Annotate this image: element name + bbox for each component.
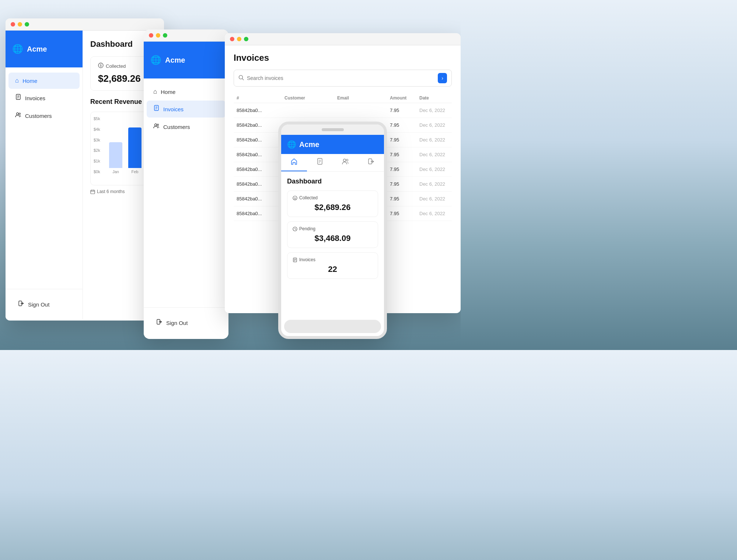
middle-sidebar-bottom: Sign Out [144, 307, 228, 338]
mid-sidebar-item-home[interactable]: ⌂ Home [147, 84, 226, 100]
mid-sidebar-item-invoices[interactable]: Invoices [147, 101, 226, 118]
search-input[interactable] [247, 75, 435, 81]
invoices-titlebar [225, 33, 461, 45]
col-header-customer: Customer [284, 95, 337, 101]
sidebar-item-customers[interactable]: Customers [8, 107, 80, 124]
mobile-collected-label: $ Collected [293, 195, 373, 200]
col-header-id: # [237, 95, 284, 101]
signout-button[interactable]: Sign Out [11, 296, 77, 313]
globe-icon-mobile: 🌐 [287, 140, 296, 149]
row-id: 85842ba0... [237, 211, 284, 216]
home-icon-mid: ⌂ [153, 88, 157, 95]
mid-customers-label: Customers [163, 124, 190, 130]
svg-rect-10 [91, 190, 95, 194]
mid-signout-button[interactable]: Sign Out [150, 314, 223, 331]
maximize-button-inv[interactable] [244, 37, 248, 41]
mobile-titlebar [281, 125, 384, 135]
svg-point-18 [155, 124, 157, 126]
minimize-button-mid[interactable] [156, 33, 160, 38]
mobile-tab-home[interactable] [281, 154, 307, 171]
signout-label: Sign Out [28, 301, 49, 308]
dashboard-sidebar: 🌐 Acme ⌂ Home Invoices [6, 31, 83, 319]
mobile-brand: Acme [299, 140, 319, 149]
globe-icon: 🌐 [12, 44, 23, 54]
search-icon [238, 75, 244, 81]
svg-point-19 [157, 124, 159, 126]
row-amount: 7.95 [390, 196, 419, 202]
row-amount: 7.95 [390, 122, 419, 128]
col-header-email: Email [337, 95, 390, 101]
table-header: # Customer Email Amount Date [234, 93, 452, 103]
maximize-button[interactable] [25, 22, 29, 27]
clock-icon-mobile [293, 227, 297, 231]
home-icon: ⌂ [15, 77, 19, 84]
row-id: 85842ba0... [237, 108, 284, 113]
mid-signout-label: Sign Out [166, 320, 188, 326]
row-id: 85842ba0... [237, 167, 284, 172]
sidebar-item-invoices[interactable]: Invoices [8, 90, 80, 106]
row-id: 85842ba0... [237, 181, 284, 187]
signout-icon [18, 300, 24, 308]
maximize-button-mid[interactable] [163, 33, 167, 38]
row-amount: 7.95 [390, 211, 419, 216]
globe-icon-mid: 🌐 [150, 55, 161, 65]
mobile-invoices-count: 22 [293, 265, 373, 274]
sidebar-item-home[interactable]: ⌂ Home [8, 73, 80, 89]
calendar-icon [90, 189, 95, 194]
mobile-invoices-card: Invoices 22 [287, 252, 378, 279]
mobile-tab-customers[interactable] [333, 154, 359, 171]
svg-text:$: $ [100, 64, 102, 67]
mobile-tab-invoices[interactable] [307, 154, 333, 171]
chart-bar-jan: Jan [109, 142, 122, 174]
sidebar-item-customers-label: Customers [25, 113, 52, 119]
svg-line-36 [295, 229, 296, 230]
invoices-icon-mid [153, 105, 160, 113]
row-date: Dec 6, 2022 [419, 152, 449, 157]
collected-stat-value: $2,689.26 [98, 73, 149, 84]
sidebar-panel-titlebar [144, 29, 228, 42]
customers-icon-mid [153, 123, 160, 131]
chart-y-labels: $5k $4k $3k $2k $1k $0k [94, 116, 100, 174]
middle-sidebar-nav: ⌂ Home Invoices Customers [144, 78, 228, 307]
mobile-pending-card: Pending $3,468.09 [287, 221, 378, 248]
mid-sidebar-item-customers[interactable]: Customers [147, 118, 226, 135]
row-date: Dec 6, 2022 [419, 196, 449, 202]
row-email [337, 108, 390, 113]
svg-point-28 [343, 159, 346, 162]
collected-label: $ Collected [98, 63, 149, 69]
search-button[interactable]: › [438, 73, 447, 83]
bar-feb [128, 127, 142, 168]
col-header-amount: Amount [390, 95, 419, 101]
mobile-tab-signout[interactable] [358, 154, 384, 171]
invoice-icon-mobile [293, 258, 297, 262]
customers-icon [15, 112, 21, 120]
sidebar-nav: ⌂ Home Invoices Customers [6, 67, 83, 289]
minimize-button[interactable] [18, 22, 22, 27]
row-date: Dec 6, 2022 [419, 181, 449, 187]
close-button[interactable] [11, 22, 15, 27]
signout-icon-mid [156, 319, 163, 327]
mobile-collected-card: $ Collected $2,689.26 [287, 190, 378, 217]
middle-sidebar-logo: 🌐 Acme [144, 42, 228, 78]
middle-brand: Acme [165, 56, 185, 64]
col-header-date: Date [419, 95, 449, 101]
close-button-mid[interactable] [149, 33, 153, 38]
table-row[interactable]: 85842ba0... 7.95 Dec 6, 2022 [234, 103, 452, 118]
row-date: Dec 6, 2022 [419, 211, 449, 216]
mobile-invoices-label: Invoices [293, 257, 373, 262]
row-amount: 7.95 [390, 181, 419, 187]
row-id: 85842ba0... [237, 137, 284, 143]
sidebar-brand: Acme [27, 45, 47, 53]
dashboard-titlebar [6, 18, 164, 31]
close-button-inv[interactable] [230, 37, 234, 41]
svg-point-5 [19, 113, 21, 115]
row-id: 85842ba0... [237, 152, 284, 157]
row-id: 85842ba0... [237, 196, 284, 202]
dollar-circle-icon: $ [98, 63, 104, 69]
minimize-button-inv[interactable] [237, 37, 241, 41]
invoices-page-title: Invoices [234, 53, 452, 63]
row-amount: 7.95 [390, 137, 419, 143]
middle-sidebar: 🌐 Acme ⌂ Home Invoices [144, 42, 228, 338]
mobile-home-indicator [284, 320, 381, 333]
search-bar[interactable]: › [234, 70, 452, 87]
